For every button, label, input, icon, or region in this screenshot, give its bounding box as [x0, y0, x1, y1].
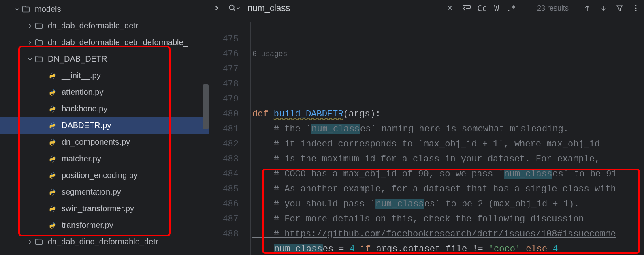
filter-button[interactable]: [612, 0, 628, 16]
python-file-icon: [48, 137, 58, 147]
tree-folder[interactable]: DN_DAB_DETR: [0, 51, 209, 67]
tree-file[interactable]: matcher.py: [0, 150, 209, 167]
tree-item-label: dn_dab_deformable_detr: [48, 21, 209, 30]
python-file-icon: [48, 71, 58, 81]
chevron-down-icon: [26, 57, 34, 62]
find-in-file-bar: num_class ✕ Cc W .* 23 results: [209, 0, 644, 17]
folder-icon: [21, 4, 31, 14]
line-number: 476: [209, 47, 239, 62]
line-number: 479: [209, 92, 239, 107]
python-file-icon: [48, 187, 58, 197]
search-history-button[interactable]: [458, 0, 475, 16]
code-line[interactable]: # For more details on this, check the fo…: [249, 212, 644, 227]
clear-search-button[interactable]: ✕: [447, 4, 453, 13]
line-number: 475: [209, 32, 239, 47]
tree-file[interactable]: position_encoding.py: [0, 167, 209, 184]
svg-point-17: [53, 211, 54, 212]
svg-point-2: [51, 90, 52, 90]
tree-item-label: swin_transformer.py: [62, 204, 209, 213]
python-file-icon: [48, 104, 58, 114]
code-line[interactable]: # the `num_classes` naming here is somew…: [249, 122, 644, 137]
code-line[interactable]: # COCO has a max_obj_id of 90, so we pas…: [249, 167, 644, 182]
svg-point-10: [51, 156, 52, 157]
svg-point-18: [51, 223, 52, 223]
tree-item-label: matcher.py: [62, 154, 209, 163]
python-file-icon: [48, 121, 58, 131]
tree-item-label: models: [35, 4, 209, 14]
search-icon[interactable]: [225, 0, 243, 16]
tree-file[interactable]: backbone.py: [0, 101, 209, 117]
file-tree-panel: models dn_dab_deformable_detrdn_dab_defo…: [0, 0, 209, 255]
tree-file[interactable]: __init__.py: [0, 67, 209, 84]
tree-file[interactable]: swin_transformer.py: [0, 200, 209, 217]
tree-folder[interactable]: dn_dab_dino_deformable_detr: [0, 234, 209, 250]
folder-icon: [34, 21, 44, 31]
code-content[interactable]: 6 usages def build_DABDETR(args): # the …: [249, 17, 644, 255]
tree-file[interactable]: attention.py: [0, 84, 209, 101]
python-file-icon: [48, 221, 58, 230]
scrollbar-thumb[interactable]: [203, 84, 209, 129]
chevron-down-icon: [13, 7, 21, 12]
prev-match-button[interactable]: [579, 0, 595, 16]
svg-point-22: [635, 8, 637, 9]
line-number-gutter: 4754764774784794804814824834844854864874…: [209, 17, 249, 255]
search-input[interactable]: num_class: [243, 3, 441, 13]
tree-item-label: segmentation.py: [62, 187, 209, 197]
svg-point-6: [51, 123, 52, 124]
svg-point-14: [51, 189, 52, 190]
tree-file[interactable]: dn_components.py: [0, 134, 209, 150]
line-number: 486: [209, 197, 239, 212]
svg-point-20: [230, 5, 234, 10]
svg-point-21: [635, 5, 637, 6]
tree-item-label: dn_dab_dino_deformable_detr: [48, 237, 209, 246]
chevron-right-icon: [26, 40, 34, 45]
tree-file[interactable]: segmentation.py: [0, 184, 209, 200]
code-line[interactable]: # it indeed corresponds to `max_obj_id +…: [249, 137, 644, 152]
svg-point-1: [53, 78, 54, 79]
more-options-button[interactable]: [628, 0, 644, 16]
line-number: 480: [209, 107, 239, 122]
whole-word-toggle[interactable]: W: [489, 3, 504, 13]
svg-point-15: [53, 194, 54, 195]
tree-file[interactable]: DABDETR.py: [0, 117, 209, 134]
svg-point-5: [53, 111, 54, 112]
next-match-button[interactable]: [595, 0, 612, 16]
svg-point-12: [51, 173, 52, 174]
search-results-count: 23 results: [537, 4, 569, 13]
match-case-toggle[interactable]: Cc: [475, 3, 489, 13]
code-line[interactable]: # https://github.com/facebookresearch/de…: [249, 227, 644, 242]
line-number: 477: [209, 62, 239, 77]
line-number: 478: [209, 77, 239, 92]
line-number: 482: [209, 137, 239, 152]
code-line[interactable]: # you should pass `num_classes` to be 2 …: [249, 197, 644, 212]
code-line[interactable]: # As another example, for a dataset that…: [249, 182, 644, 197]
tree-item-label: transformer.py: [62, 221, 209, 230]
tree-item-label: __init__.py: [62, 71, 209, 80]
tree-item-label: attention.py: [62, 88, 209, 97]
python-file-icon: [48, 88, 58, 97]
python-file-icon: [48, 154, 58, 164]
editor-panel: num_class ✕ Cc W .* 23 results 475476477…: [209, 0, 644, 255]
code-editor[interactable]: 4754764774784794804814824834844854864874…: [209, 17, 644, 255]
tree-item-label: dn_components.py: [62, 137, 209, 147]
python-file-icon: [48, 204, 58, 214]
svg-point-7: [53, 128, 54, 129]
tree-file[interactable]: transformer.py: [0, 217, 209, 234]
svg-point-11: [53, 161, 54, 162]
gutter-border: [250, 22, 251, 255]
chevron-right-icon: [26, 240, 34, 244]
code-line[interactable]: num_classes = 4 if args.dataset_file != …: [249, 242, 644, 255]
code-line[interactable]: # is the maximum id for a class in your …: [249, 152, 644, 167]
folder-icon: [34, 54, 44, 64]
expand-search-button[interactable]: [209, 0, 225, 16]
folder-icon: [34, 237, 44, 247]
tree-folder-root[interactable]: models: [0, 1, 209, 17]
code-line[interactable]: def build_DABDETR(args):: [249, 107, 644, 122]
tree-folder[interactable]: dn_dab_deformable_detr: [0, 17, 209, 34]
regex-toggle[interactable]: .*: [504, 3, 518, 13]
python-file-icon: [48, 171, 58, 180]
tree-folder[interactable]: dn_dab_deformable_detr_deformable_: [0, 34, 209, 51]
usages-hint[interactable]: 6 usages: [249, 47, 644, 62]
folder-icon: [34, 38, 44, 47]
svg-point-4: [51, 106, 52, 107]
